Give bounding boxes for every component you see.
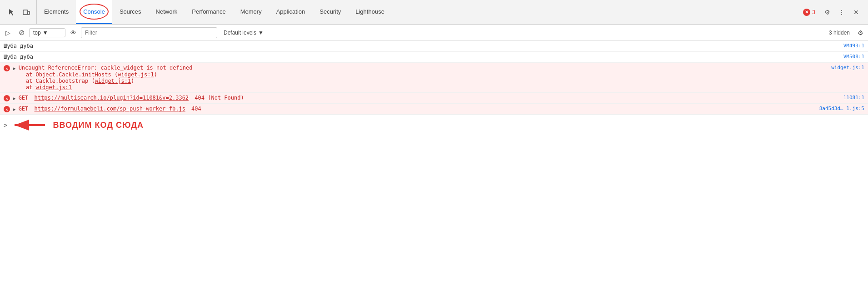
annotation-arrow: ВВОДИМ КОД СЮДА (11, 118, 144, 132)
devtools-tabbar: Elements Console Sources Network Perform… (0, 0, 868, 25)
console-row-error-2: ✕ ▶ GET https://multisearch.io/plugin?id… (0, 93, 868, 104)
stacktrace-line-1a: at Object.Cackle.initHosts (widget.js:1) (13, 71, 864, 78)
console-content: Шуба дуба VM493:1 Шуба дуба VM508:1 ✕ ▶ … (0, 41, 868, 282)
tab-network[interactable]: Network (149, 0, 185, 24)
levels-dropdown-btn[interactable]: Default levels ▼ (219, 29, 268, 37)
context-value: top (33, 30, 41, 36)
error-count-badge[interactable]: ✕ 3 (799, 7, 819, 18)
tab-sources[interactable]: Sources (112, 0, 149, 24)
tab-security[interactable]: Security (312, 0, 348, 24)
error-count: 3 (812, 9, 815, 15)
stacklink-1b[interactable]: widget.js:1 (95, 78, 131, 84)
get-url-3[interactable]: https://formulamebeli.com/sp-push-worker… (35, 106, 185, 112)
console-error-left-2: ✕ ▶ GET https://multisearch.io/plugin?id… (4, 95, 843, 101)
filter-input[interactable] (85, 30, 213, 36)
annotation-text: ВВОДИМ КОД СЮДА (53, 121, 144, 130)
eye-icon: 👁 (70, 29, 76, 36)
close-icon: ✕ (853, 9, 859, 16)
console-settings-btn[interactable]: ⚙ (854, 27, 866, 39)
console-error-left-1: ✕ ▶ Uncaught ReferenceError: cackle_widg… (4, 65, 831, 71)
tab-actions: ✕ 3 ⚙ ⋮ ✕ (796, 0, 866, 24)
tab-lighthouse[interactable]: Lighthouse (348, 0, 392, 24)
expand-arrow-1[interactable]: ▶ (13, 65, 16, 71)
levels-chevron-icon: ▼ (258, 30, 264, 36)
console-row-left-2: Шуба дуба (4, 54, 843, 60)
block-icon: ⊘ (19, 28, 25, 37)
console-row-error-1: ✕ ▶ Uncaught ReferenceError: cackle_widg… (0, 63, 868, 93)
error-main-text-1: Uncaught ReferenceError: cackle_widget i… (19, 65, 193, 71)
more-options-btn[interactable]: ⋮ (835, 6, 848, 19)
tab-console[interactable]: Console (76, 0, 112, 24)
block-icon-btn[interactable]: ⊘ (15, 27, 27, 39)
console-row-2: Шуба дуба VM508:1 (0, 52, 868, 63)
console-prompt-symbol: > (4, 121, 7, 129)
filter-input-wrapper[interactable] (81, 27, 217, 38)
console-source-2[interactable]: VM508:1 (843, 54, 864, 60)
console-row-error-3: ✕ ▶ GET https://formulamebeli.com/sp-pus… (0, 104, 868, 115)
console-text-1: Шуба дуба (4, 43, 33, 49)
error-stacktrace-1: at Object.Cackle.initHosts (widget.js:1)… (4, 71, 864, 91)
expand-arrow-3[interactable]: ▶ (13, 106, 16, 112)
more-icon: ⋮ (838, 9, 845, 16)
get-status-2: 404 (Not Found) (191, 95, 244, 101)
get-label-2: GET (19, 95, 32, 101)
tab-application[interactable]: Application (269, 0, 313, 24)
tab-performance[interactable]: Performance (185, 0, 233, 24)
console-source-1[interactable]: VM493:1 (843, 43, 864, 49)
get-label-3: GET (19, 106, 32, 112)
console-error-left-3: ✕ ▶ GET https://formulamebeli.com/sp-pus… (4, 106, 819, 112)
tab-elements[interactable]: Elements (37, 0, 76, 24)
console-row-left-1: Шуба дуба (4, 43, 843, 49)
console-row-1: Шуба дуба VM493:1 (0, 41, 868, 52)
tabs-list: Elements Console Sources Network Perform… (37, 0, 796, 24)
tab-memory[interactable]: Memory (233, 0, 269, 24)
console-source-error-2[interactable]: 11081:1 (843, 95, 864, 101)
close-devtools-btn[interactable]: ✕ (850, 6, 863, 19)
tab-icon-group (2, 0, 37, 24)
levels-label: Default levels (224, 30, 256, 36)
stacktrace-line-1b: at Cackle.bootstrap (widget.js:1) (13, 78, 864, 84)
execute-icon: ▷ (5, 29, 10, 36)
stacklink-1a[interactable]: widget.js:1 (118, 71, 154, 78)
device-icon-btn[interactable] (20, 6, 33, 19)
stacklink-1c[interactable]: widget.js:1 (36, 84, 72, 91)
expand-arrow-2[interactable]: ▶ (13, 96, 16, 101)
console-source-error-3[interactable]: 8a45d3d… 1.js:5 (819, 106, 864, 111)
dropdown-arrow-icon: ▼ (43, 30, 48, 36)
svg-rect-0 (23, 10, 28, 15)
context-selector[interactable]: top ▼ (29, 28, 65, 37)
console-settings-icon: ⚙ (858, 29, 863, 36)
error-circle-icon-3: ✕ (4, 106, 10, 112)
stacktrace-line-1c: at widget.js:1 (13, 84, 864, 91)
gear-icon: ⚙ (824, 9, 830, 16)
arrow-icon (11, 118, 47, 132)
error-circle-icon-2: ✕ (4, 95, 10, 101)
cursor-icon-btn[interactable] (5, 6, 18, 19)
console-input-row: > ВВОДИМ КОД СЮДА (0, 115, 868, 135)
execute-context-btn[interactable]: ▷ (2, 27, 14, 39)
hidden-count-text: 3 hidden (829, 30, 850, 36)
eye-icon-btn[interactable]: 👁 (67, 27, 79, 39)
console-toolbar: ▷ ⊘ top ▼ 👁 Default levels ▼ 3 hidden ⚙ (0, 25, 868, 41)
error-x-icon: ✕ (803, 9, 810, 16)
console-source-error-1[interactable]: widget.js:1 (831, 65, 864, 70)
settings-icon-btn[interactable]: ⚙ (821, 6, 833, 19)
error-circle-icon-1: ✕ (4, 65, 10, 71)
hidden-count-badge: 3 hidden (826, 29, 853, 37)
get-status-3: 404 (188, 106, 201, 112)
get-url-2[interactable]: https://multisearch.io/plugin?id=11081&v… (35, 95, 189, 101)
svg-rect-1 (28, 11, 30, 15)
console-text-2: Шуба дуба (4, 54, 33, 60)
